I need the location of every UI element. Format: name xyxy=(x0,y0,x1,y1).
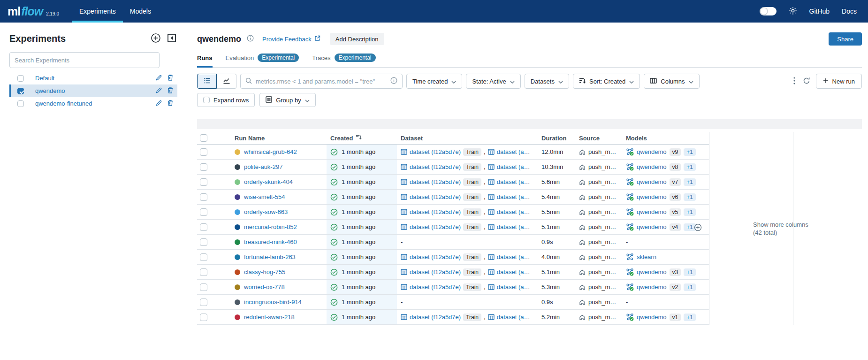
group-by-dropdown[interactable]: Group by xyxy=(259,93,315,107)
datasets-dropdown[interactable]: Datasets xyxy=(525,74,569,89)
run-name-link[interactable]: polite-auk-297 xyxy=(244,163,282,170)
dataset-link[interactable]: dataset (f12a5d7e) xyxy=(410,208,461,215)
col-header-run-name[interactable]: Run Name xyxy=(223,135,327,142)
run-name-link[interactable]: wise-smelt-554 xyxy=(244,193,285,200)
experiment-checkbox[interactable] xyxy=(17,88,24,94)
row-checkbox[interactable] xyxy=(200,163,207,171)
show-more-columns-button[interactable]: Show more columns (42 total) xyxy=(694,221,808,237)
docs-link[interactable]: Docs xyxy=(842,8,857,15)
experiment-search-input[interactable] xyxy=(9,52,160,68)
delete-experiment-button[interactable] xyxy=(167,74,174,83)
more-models-tag[interactable]: +1 xyxy=(684,148,696,156)
model-link[interactable]: qwendemo xyxy=(637,314,667,321)
state-dropdown[interactable]: State: Active xyxy=(466,74,520,89)
search-info-icon[interactable] xyxy=(390,77,397,85)
dataset-link[interactable]: dataset (a… xyxy=(497,253,530,260)
run-name-link[interactable]: treasured-mink-460 xyxy=(244,238,297,245)
table-row[interactable]: worried-ox-7781 month agodataset (f12a5d… xyxy=(197,280,709,295)
sort-dropdown[interactable]: Sort: Created xyxy=(573,74,640,89)
settings-button[interactable] xyxy=(789,7,797,16)
col-header-duration[interactable]: Duration xyxy=(538,135,575,142)
provide-feedback-link[interactable]: Provide Feedback xyxy=(262,35,320,43)
col-header-models[interactable]: Models xyxy=(622,135,709,142)
info-icon[interactable] xyxy=(247,35,254,43)
col-header-created[interactable]: Created xyxy=(327,134,397,142)
sidebar-item-Default[interactable]: Default xyxy=(9,72,177,84)
table-row[interactable]: classy-hog-7551 month agodataset (f12a5d… xyxy=(197,265,709,280)
columns-dropdown[interactable]: Columns xyxy=(644,74,699,89)
sidebar-item-qwendemo-finetuned[interactable]: qwendemo-finetuned xyxy=(9,97,177,110)
model-link[interactable]: qwendemo xyxy=(637,208,667,215)
run-name-link[interactable]: whimsical-grub-642 xyxy=(244,148,297,155)
run-name-link[interactable]: mercurial-robin-852 xyxy=(244,223,297,230)
dataset-link[interactable]: dataset (f12a5d7e) xyxy=(410,253,461,260)
experiment-name-link[interactable]: qwendemo xyxy=(35,87,155,94)
more-models-tag[interactable]: +1 xyxy=(684,268,696,276)
dataset-link[interactable]: dataset (f12a5d7e) xyxy=(410,314,461,321)
dataset-link[interactable]: dataset (a… xyxy=(497,148,530,155)
model-link[interactable]: sklearn xyxy=(637,253,656,260)
row-checkbox[interactable] xyxy=(200,299,207,306)
delete-experiment-button[interactable] xyxy=(167,87,174,95)
dataset-link[interactable]: dataset (a… xyxy=(497,283,530,291)
run-name-link[interactable]: fortunate-lamb-263 xyxy=(244,253,296,260)
model-link[interactable]: qwendemo xyxy=(637,268,667,276)
time-created-dropdown[interactable]: Time created xyxy=(406,74,462,89)
nav-tab-models[interactable]: Models xyxy=(123,0,158,23)
row-checkbox[interactable] xyxy=(200,283,207,291)
tab-evaluation[interactable]: EvaluationExperimental xyxy=(226,54,299,68)
table-row[interactable]: orderly-skunk-4041 month agodataset (f12… xyxy=(197,175,709,190)
sidebar-item-qwendemo[interactable]: qwendemo xyxy=(9,84,177,97)
model-link[interactable]: qwendemo xyxy=(637,178,667,185)
tab-runs[interactable]: Runs xyxy=(197,54,213,68)
experiment-checkbox[interactable] xyxy=(17,100,24,107)
share-button[interactable]: Share xyxy=(829,32,862,46)
more-models-tag[interactable]: +1 xyxy=(684,193,696,201)
run-name-link[interactable]: orderly-sow-663 xyxy=(244,208,288,215)
edit-experiment-button[interactable] xyxy=(155,100,162,108)
col-header-dataset[interactable]: Dataset xyxy=(397,135,538,142)
dataset-link[interactable]: dataset (f12a5d7e) xyxy=(410,268,461,276)
dataset-link[interactable]: dataset (a… xyxy=(497,314,530,321)
table-row[interactable]: fortunate-lamb-2631 month agodataset (f1… xyxy=(197,250,709,265)
dataset-link[interactable]: dataset (a… xyxy=(497,163,530,170)
dataset-link[interactable]: dataset (f12a5d7e) xyxy=(410,163,461,170)
run-name-link[interactable]: orderly-skunk-404 xyxy=(244,178,293,185)
more-models-tag[interactable]: +1 xyxy=(684,163,696,171)
more-models-tag[interactable]: +1 xyxy=(684,178,696,186)
more-actions-button[interactable] xyxy=(792,75,797,88)
delete-experiment-button[interactable] xyxy=(167,100,174,108)
experiment-checkbox[interactable] xyxy=(17,75,24,82)
table-row[interactable]: orderly-sow-6631 month agodataset (f12a5… xyxy=(197,205,709,220)
table-row[interactable]: wise-smelt-5541 month agodataset (f12a5d… xyxy=(197,190,709,205)
dataset-link[interactable]: dataset (a… xyxy=(497,268,530,276)
chart-view-button[interactable] xyxy=(217,74,236,89)
tab-traces[interactable]: TracesExperimental xyxy=(312,54,375,68)
list-view-button[interactable] xyxy=(197,74,217,89)
github-link[interactable]: GitHub xyxy=(809,8,830,15)
row-checkbox[interactable] xyxy=(200,238,207,246)
model-link[interactable]: qwendemo xyxy=(637,223,667,230)
row-checkbox[interactable] xyxy=(200,178,207,186)
table-row[interactable]: mercurial-robin-8521 month agodataset (f… xyxy=(197,220,709,235)
new-run-button[interactable]: New run xyxy=(816,74,862,89)
more-models-tag[interactable]: +1 xyxy=(684,283,696,291)
more-models-tag[interactable]: +1 xyxy=(684,314,696,321)
edit-experiment-button[interactable] xyxy=(155,87,162,95)
dataset-link[interactable]: dataset (a… xyxy=(497,178,530,185)
new-experiment-button[interactable] xyxy=(151,33,161,45)
select-all-checkbox[interactable] xyxy=(200,134,207,142)
table-row[interactable]: polite-auk-2971 month agodataset (f12a5d… xyxy=(197,160,709,175)
refresh-button[interactable] xyxy=(801,75,812,88)
expand-rows-checkbox[interactable] xyxy=(203,97,210,103)
nav-tab-experiments[interactable]: Experiments xyxy=(72,0,123,23)
more-models-tag[interactable]: +1 xyxy=(684,208,696,216)
run-name-link[interactable]: worried-ox-778 xyxy=(244,283,285,291)
add-description-button[interactable]: Add Description xyxy=(330,33,384,45)
run-name-link[interactable]: classy-hog-755 xyxy=(244,268,285,276)
dataset-link[interactable]: dataset (a… xyxy=(497,193,530,200)
dataset-link[interactable]: dataset (f12a5d7e) xyxy=(410,193,461,200)
mlflow-logo[interactable]: mlflow 2.19.0 xyxy=(8,0,59,23)
dataset-link[interactable]: dataset (f12a5d7e) xyxy=(410,223,461,230)
theme-toggle[interactable] xyxy=(760,7,777,15)
